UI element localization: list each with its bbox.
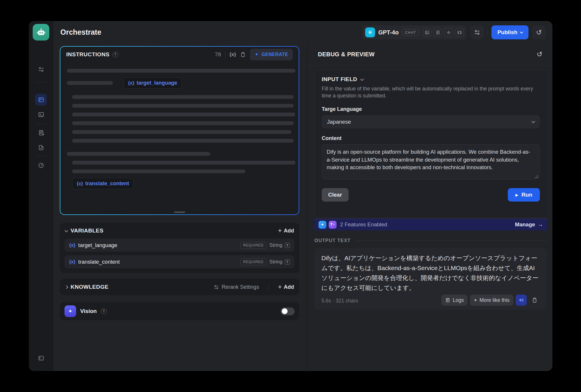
logs-icon (38, 130, 44, 136)
sidebar-item-annotations[interactable] (35, 141, 47, 153)
app-window: Orchestrate GPT-4o CHAT (29, 21, 552, 371)
restart-button[interactable] (537, 50, 542, 58)
sidebar-item-settings[interactable] (35, 63, 47, 75)
prompt-line: {x} target_language (67, 77, 292, 89)
vision-toggle[interactable] (281, 307, 295, 315)
add-label: Add (284, 284, 294, 290)
publish-button[interactable]: Publish (491, 25, 528, 39)
sidebar-divider (36, 82, 46, 83)
clipboard-icon (240, 52, 246, 57)
clear-button[interactable]: Clear (322, 188, 349, 202)
debug-header: DEBUG & PREVIEW (318, 50, 542, 58)
manage-features-button[interactable]: Manage (515, 221, 543, 228)
sliders-icon (214, 284, 219, 290)
prompt-skeleton-line (67, 152, 210, 156)
logs-button[interactable]: Logs (441, 295, 468, 306)
variables-header[interactable]: VARIABLES + Add (60, 223, 299, 239)
chevron-down-icon (360, 77, 364, 81)
output-actions: Logs More like this (441, 295, 540, 306)
rerank-settings-button[interactable]: Rerank Settings (214, 284, 259, 290)
variable-row[interactable]: {x} translate_content REQUIRED String T (64, 255, 295, 268)
model-selector[interactable]: GPT-4o CHAT (362, 25, 467, 39)
variable-row[interactable]: {x} target_language REQUIRED String T (64, 239, 295, 252)
sparkle-icon (255, 52, 259, 57)
generate-button[interactable]: GENERATE (250, 49, 293, 60)
edit-document-icon (38, 144, 44, 151)
output-rule (355, 241, 547, 241)
debug-preview-pane: DEBUG & PREVIEW INPUT FIELD Fill in the … (307, 44, 552, 371)
content-label: Content (322, 135, 540, 141)
more-like-this-feature-icon (318, 221, 326, 229)
string-type-icon: T (285, 243, 290, 248)
variables-title: VARIABLES (71, 228, 104, 234)
sidebar-item-logs[interactable] (35, 127, 47, 139)
content-textarea[interactable]: Dify is an open-source platform for buil… (322, 144, 540, 179)
history-icon (536, 29, 542, 36)
app-robot-icon[interactable] (33, 24, 49, 41)
generate-label: GENERATE (261, 52, 288, 57)
knowledge-header[interactable]: KNOWLEDGE Rerank Settings + Add (60, 279, 299, 295)
add-variable-button[interactable]: + Add (278, 228, 294, 234)
page-title: Orchestrate (60, 28, 101, 36)
input-field-header[interactable]: INPUT FIELD (322, 76, 540, 83)
panel-resize-handle[interactable] (174, 211, 185, 213)
header-actions: GPT-4o CHAT Publish (362, 25, 546, 39)
chevron-down-icon (520, 30, 523, 34)
sidebar-item-monitoring[interactable] (35, 159, 47, 171)
vision-panel: Vision ? (60, 302, 299, 320)
variable-type: String T (270, 242, 290, 248)
sidebar (29, 21, 53, 371)
text-to-speech-button[interactable] (516, 295, 527, 306)
arrow-right-icon (538, 222, 543, 228)
prompt-skeleton-line (67, 81, 113, 85)
copy-output-button[interactable] (529, 295, 540, 306)
char-count: 78 (215, 51, 221, 58)
terminal-icon (38, 111, 44, 118)
model-parameters-button[interactable] (470, 25, 484, 39)
prompt-editor[interactable]: {x} target_language {x} (67, 66, 292, 209)
variable-chip-translate-content[interactable]: {x} translate_content (72, 178, 134, 189)
input-field-card: INPUT FIELD Fill in the value of the var… (314, 70, 547, 218)
more-like-this-button[interactable]: More like this (470, 295, 513, 306)
vision-row: Vision ? (60, 302, 299, 320)
insert-variable-icon[interactable]: {x} (230, 52, 236, 57)
sidebar-collapse-button[interactable] (35, 352, 47, 364)
history-button[interactable] (532, 25, 546, 39)
publish-label: Publish (497, 29, 517, 36)
prompt-skeleton-line (72, 161, 295, 164)
knowledge-divider (268, 284, 269, 290)
prompt-skeleton-line (72, 95, 294, 99)
features-enabled-text: 2 Features Enabled (340, 221, 387, 228)
features-bar: T 2 Features Enabled Manage (314, 219, 547, 230)
logs-icon (445, 298, 450, 303)
run-button[interactable]: Run (508, 188, 540, 202)
sidebar-item-orchestrate[interactable] (35, 94, 47, 106)
rerank-label: Rerank Settings (222, 284, 259, 290)
help-icon[interactable]: ? (101, 308, 107, 314)
sidebar-item-terminal[interactable] (35, 108, 47, 120)
resize-handle-icon[interactable] (535, 175, 538, 178)
chevron-down-icon (531, 120, 535, 123)
add-knowledge-button[interactable]: + Add (278, 284, 294, 290)
variable-type: String T (270, 259, 290, 265)
collapse-panel-icon (38, 355, 44, 361)
variable-chip-target-language[interactable]: {x} target_language (123, 77, 182, 89)
video-capability-icon (455, 28, 464, 37)
debug-title: DEBUG & PREVIEW (318, 51, 375, 58)
output-footer: 5.6s · 321 chars Logs More like this (321, 295, 540, 306)
robot-icon (36, 27, 46, 37)
tools-divider (225, 52, 225, 57)
prompt-skeleton-line (72, 104, 294, 108)
chevron-down-icon (64, 228, 68, 232)
vision-label: Vision (80, 308, 97, 314)
audio-capability-icon (444, 28, 453, 37)
prompt-skeleton-line (67, 69, 295, 73)
copy-prompt-button[interactable] (240, 52, 246, 57)
toggle-knob (282, 308, 288, 314)
target-language-select[interactable]: Japanese (322, 115, 540, 128)
run-actions-row: Clear Run (322, 188, 540, 202)
help-icon[interactable]: ? (113, 52, 118, 57)
select-value: Japanese (327, 119, 351, 125)
variable-token: {x} (69, 243, 75, 248)
instructions-header: INSTRUCTIONS ? 78 {x} GENERATE (60, 47, 299, 62)
